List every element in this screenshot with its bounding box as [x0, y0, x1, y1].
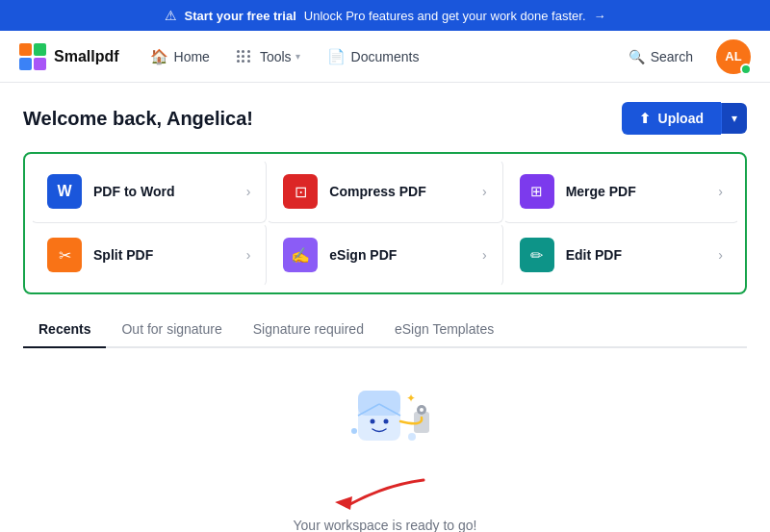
tool-label-merge-pdf: Merge PDF: [566, 184, 719, 199]
upload-button[interactable]: ⬆ Upload: [622, 102, 721, 135]
tool-grid-wrapper: W PDF to Word › ⊡ Compress PDF › ⊞ Merge…: [23, 152, 747, 294]
tab-out-for-signature[interactable]: Out for signature: [106, 312, 237, 348]
documents-icon: 📄: [327, 48, 346, 65]
tab-esign-templates[interactable]: eSign Templates: [379, 312, 509, 348]
warning-icon: ⚠: [165, 8, 177, 23]
tool-label-pdf-to-word: PDF to Word: [93, 184, 246, 199]
tool-card-split-pdf[interactable]: ✂ Split PDF ›: [31, 223, 267, 287]
home-icon: 🏠: [150, 48, 168, 65]
tool-label-compress-pdf: Compress PDF: [329, 184, 482, 199]
nav-right: 🔍 Search AL: [621, 39, 751, 74]
banner-cta-bold: Start your free trial: [185, 9, 296, 23]
avatar[interactable]: AL: [716, 39, 751, 74]
tool-card-compress-pdf[interactable]: ⊡ Compress PDF ›: [267, 160, 502, 223]
tab-recents[interactable]: Recents: [23, 312, 106, 348]
avatar-initials: AL: [725, 49, 741, 63]
tabs-bar: Recents Out for signature Signature requ…: [23, 312, 747, 348]
empty-state-title: Your workspace is ready to go!: [294, 518, 477, 532]
nav-documents-label: Documents: [351, 49, 420, 64]
pdf-to-word-icon: W: [47, 174, 82, 209]
upload-icon: ⬆: [639, 111, 651, 126]
svg-point-9: [408, 433, 416, 441]
tool-label-esign-pdf: eSign PDF: [329, 247, 482, 263]
svg-point-8: [351, 428, 357, 434]
arrow-svg: [250, 475, 520, 514]
chevron-right-icon: ›: [718, 247, 723, 263]
chevron-right-icon: ›: [482, 184, 487, 199]
logo-icon: [19, 43, 46, 70]
nav-documents[interactable]: 📄 Documents: [316, 42, 431, 71]
main-content: Welcome back, Angelica! ⬆ Upload ▾ W PDF…: [0, 83, 770, 532]
search-label: Search: [651, 49, 693, 64]
tool-card-merge-pdf[interactable]: ⊞ Merge PDF ›: [503, 160, 739, 223]
chevron-right-icon: ›: [246, 247, 251, 263]
chevron-right-icon: ›: [246, 184, 251, 199]
welcome-header: Welcome back, Angelica! ⬆ Upload ▾: [23, 102, 747, 135]
upload-dropdown-button[interactable]: ▾: [721, 103, 747, 134]
navbar: Smallpdf 🏠 Home Tools ▾ 📄 Documents 🔍 Se…: [0, 31, 770, 83]
compress-pdf-icon: ⊡: [283, 174, 318, 209]
edit-pdf-icon: ✏: [520, 238, 554, 272]
svg-point-5: [384, 419, 389, 424]
tool-label-split-pdf: Split PDF: [93, 247, 246, 263]
empty-illustration: ✦ ✦: [318, 371, 452, 468]
arrow-container: [250, 475, 520, 514]
upload-button-group: ⬆ Upload ▾: [622, 102, 747, 135]
upload-label: Upload: [658, 111, 704, 126]
avatar-badge: [740, 63, 752, 75]
svg-point-4: [371, 419, 375, 424]
nav-home-label: Home: [174, 49, 210, 64]
search-icon: 🔍: [629, 49, 645, 64]
tab-signature-required[interactable]: Signature required: [238, 312, 379, 348]
esign-pdf-icon: ✍: [283, 238, 318, 272]
chevron-down-icon: ▾: [295, 51, 300, 62]
nav-tools[interactable]: Tools ▾: [225, 43, 312, 70]
chevron-right-icon: ›: [718, 184, 723, 199]
nav-items: 🏠 Home Tools ▾ 📄 Documents: [139, 42, 602, 71]
banner-subtext: Unlock Pro features and get your work do…: [304, 9, 586, 23]
nav-home[interactable]: 🏠 Home: [139, 42, 221, 71]
tool-card-pdf-to-word[interactable]: W PDF to Word ›: [31, 160, 267, 223]
illustration-svg: ✦ ✦: [318, 371, 452, 468]
split-pdf-icon: ✂: [47, 238, 82, 272]
logo[interactable]: Smallpdf: [19, 43, 119, 70]
merge-pdf-icon: ⊞: [520, 174, 554, 209]
banner-link[interactable]: →: [594, 9, 606, 23]
grid-icon: [237, 50, 250, 63]
logo-text: Smallpdf: [54, 48, 119, 65]
empty-state: ✦ ✦ Your workspace is ready to go!: [23, 348, 747, 532]
chevron-right-icon: ›: [482, 247, 487, 263]
tool-card-edit-pdf[interactable]: ✏ Edit PDF ›: [503, 223, 739, 287]
svg-point-12: [420, 408, 424, 412]
svg-text:✦: ✦: [406, 392, 416, 405]
tool-card-esign-pdf[interactable]: ✍ eSign PDF ›: [267, 223, 502, 287]
tool-grid: W PDF to Word › ⊡ Compress PDF › ⊞ Merge…: [31, 160, 739, 287]
welcome-greeting: Welcome back, Angelica!: [23, 108, 253, 130]
nav-tools-label: Tools: [260, 49, 292, 64]
chevron-down-icon: ▾: [732, 112, 737, 125]
svg-marker-13: [335, 496, 352, 510]
promo-banner: ⚠ Start your free trial Unlock Pro featu…: [0, 0, 770, 31]
search-button[interactable]: 🔍 Search: [621, 43, 701, 70]
tool-label-edit-pdf: Edit PDF: [566, 247, 719, 263]
